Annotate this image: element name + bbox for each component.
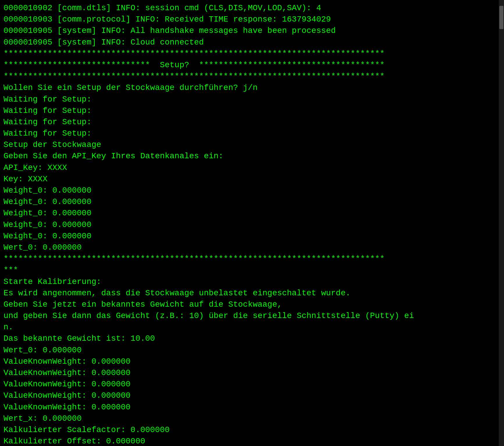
terminal-line: 0000010902 [comm.dtls] INFO: session cmd…: [3, 2, 495, 14]
terminal-line: ****************************************…: [3, 48, 495, 59]
terminal-line: Wollen Sie ein Setup der Stockwaage durc…: [3, 82, 495, 93]
terminal-line: Waiting for Setup:: [3, 94, 495, 105]
terminal-line: ****************************************…: [3, 71, 495, 82]
terminal-line: Das bekannte Gewicht ist: 10.00: [3, 333, 495, 344]
terminal-line: ValueKnownWeight: 0.000000: [3, 356, 495, 367]
scrollbar[interactable]: [499, 0, 504, 446]
terminal-line: und geben Sie dann das Gewicht (z.B.: 10…: [3, 310, 495, 321]
terminal-line: ValueKnownWeight: 0.000000: [3, 367, 495, 379]
terminal-line: Starte Kalibrierung:: [3, 276, 495, 287]
terminal-line: ****************************************…: [3, 253, 495, 264]
terminal-line: Es wird angenommen, dass die Stockwaage …: [3, 287, 495, 299]
terminal-line: ****************************** Setup? **…: [3, 59, 495, 71]
terminal-line: ValueKnownWeight: 0.000000: [3, 379, 495, 390]
terminal-line: ValueKnownWeight: 0.000000: [3, 401, 495, 413]
terminal-line: Weight_0: 0.000000: [3, 196, 495, 207]
terminal-line: Weight_0: 0.000000: [3, 207, 495, 219]
terminal-line: Geben Sie den API_Key Ihres Datenkanales…: [3, 150, 495, 162]
terminal-line: Setup der Stockwaage: [3, 139, 495, 150]
scrollbar-thumb[interactable]: [499, 6, 503, 29]
terminal-line: Waiting for Setup:: [3, 128, 495, 139]
terminal-output[interactable]: 0000010902 [comm.dtls] INFO: session cmd…: [0, 0, 499, 446]
terminal-line: Wert_x: 0.000000: [3, 413, 495, 424]
terminal-line: ***: [3, 264, 495, 276]
terminal-line: Kalkulierter Scalefactor: 0.000000: [3, 424, 495, 436]
terminal-line: Key: XXXX: [3, 173, 495, 185]
terminal-line: Weight_0: 0.000000: [3, 230, 495, 242]
terminal-line: Waiting for Setup:: [3, 116, 495, 128]
terminal-line: n.: [3, 321, 495, 333]
terminal-line: Weight_0: 0.000000: [3, 185, 495, 196]
terminal-line: API_Key: XXXX: [3, 162, 495, 173]
terminal-line: 0000010905 [system] INFO: All handshake …: [3, 25, 495, 36]
terminal-line: Geben Sie jetzt ein bekanntes Gewicht au…: [3, 299, 495, 310]
terminal-line: Kalkulierter Offset: 0.000000: [3, 436, 495, 446]
terminal-line: Wert_0: 0.000000: [3, 344, 495, 356]
terminal-line: Weight_0: 0.000000: [3, 219, 495, 230]
terminal-line: Waiting for Setup:: [3, 105, 495, 116]
terminal-line: 0000010903 [comm.protocol] INFO: Receive…: [3, 14, 495, 25]
terminal-line: ValueKnownWeight: 0.000000: [3, 390, 495, 401]
terminal-line: 0000010905 [system] INFO: Cloud connecte…: [3, 37, 495, 48]
terminal-line: Wert_0: 0.000000: [3, 242, 495, 253]
